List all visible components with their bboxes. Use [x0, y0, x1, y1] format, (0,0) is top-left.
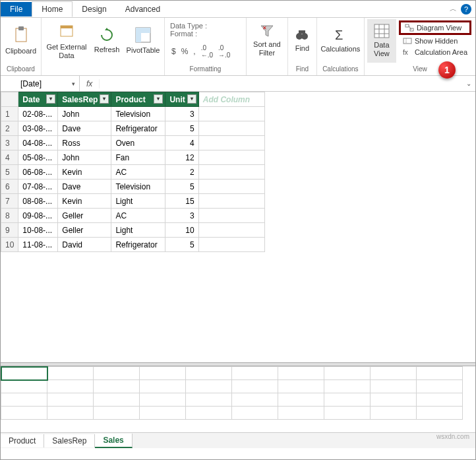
cell-empty[interactable] [198, 121, 264, 136]
table-row[interactable]: 6 07-08-... Dave Television 5 [1, 180, 265, 194]
cell-rep[interactable]: Kevin [58, 165, 111, 180]
cell-unit[interactable]: 5 [165, 121, 198, 136]
cell-date[interactable]: 06-08-... [18, 165, 58, 180]
diagram-view-button[interactable]: Diagram View [399, 20, 471, 35]
cell-date[interactable]: 05-08-... [18, 150, 58, 165]
col-salesrep[interactable]: SalesRep▾ [58, 92, 111, 107]
row-number[interactable]: 5 [1, 165, 18, 180]
increase-decimal-button[interactable]: .0→.0 [218, 44, 230, 59]
cell-rep[interactable]: Geller [58, 223, 111, 238]
cell-unit[interactable]: 5 [165, 238, 198, 252]
cell-unit[interactable]: 5 [165, 180, 198, 194]
cell-unit[interactable]: 4 [165, 136, 198, 150]
sheet-tab-sales[interactable]: Sales [95, 434, 132, 448]
cell-unit[interactable]: 10 [165, 223, 198, 238]
sheet-tab-product[interactable]: Product [1, 434, 44, 447]
cell-product[interactable]: AC [111, 165, 165, 180]
data-grid[interactable]: Date▾ SalesRep▾ Product▾ Unit▾ Add Colum… [1, 92, 475, 362]
table-row[interactable]: 9 10-08-... Geller Light 10 [1, 223, 265, 238]
row-number[interactable]: 10 [1, 238, 18, 252]
get-external-data-button[interactable]: Get External Data [44, 19, 89, 63]
cell-empty[interactable] [198, 238, 264, 252]
cell-product[interactable]: Television [111, 107, 165, 121]
cell-empty[interactable] [198, 209, 264, 223]
cell-empty[interactable] [198, 223, 264, 238]
cell-product[interactable]: Television [111, 180, 165, 194]
cell-unit[interactable]: 3 [165, 107, 198, 121]
cell-rep[interactable]: Dave [58, 121, 111, 136]
cell-date[interactable]: 02-08-... [18, 107, 58, 121]
decrease-decimal-button[interactable]: .0←.0 [201, 44, 213, 59]
filter-dropdown-icon[interactable]: ▾ [46, 94, 55, 104]
cell-empty[interactable] [198, 180, 264, 194]
row-number[interactable]: 9 [1, 223, 18, 238]
find-button[interactable]: Find [289, 19, 315, 63]
row-number[interactable]: 4 [1, 150, 18, 165]
cell-rep[interactable]: John [58, 107, 111, 121]
add-column[interactable]: Add Column [198, 92, 264, 107]
formula-expand-icon[interactable]: ⌄ [462, 80, 475, 87]
cell-date[interactable]: 08-08-... [18, 194, 58, 209]
table-row[interactable]: 8 09-08-... Geller AC 3 [1, 209, 265, 223]
cell-rep[interactable]: Dave [58, 180, 111, 194]
comma-button[interactable]: , [193, 47, 195, 56]
filter-dropdown-icon[interactable]: ▾ [187, 94, 196, 104]
col-unit[interactable]: Unit▾ [165, 92, 198, 107]
table-row[interactable]: 3 04-08-... Ross Oven 4 [1, 136, 265, 150]
cell-date[interactable]: 04-08-... [18, 136, 58, 150]
cell-product[interactable]: Refrigerator [111, 238, 165, 252]
cell-unit[interactable]: 3 [165, 209, 198, 223]
cell-unit[interactable]: 2 [165, 165, 198, 180]
table-row[interactable]: 10 11-08-... David Refrigerator 5 [1, 238, 265, 252]
cell-product[interactable]: Fan [111, 150, 165, 165]
tab-home[interactable]: Home [32, 1, 73, 17]
refresh-button[interactable]: Refresh [90, 19, 123, 63]
cell-product[interactable]: Oven [111, 136, 165, 150]
cell-product[interactable]: AC [111, 209, 165, 223]
currency-button[interactable]: $ [171, 47, 176, 56]
col-date[interactable]: Date▾ [18, 92, 58, 107]
show-hidden-button[interactable]: Show Hidden [399, 36, 471, 46]
cell-product[interactable]: Light [111, 223, 165, 238]
clipboard-button[interactable]: Clipboard [1, 19, 41, 63]
pivottable-button[interactable]: PivotTable [125, 19, 162, 63]
row-number[interactable]: 8 [1, 209, 18, 223]
cell-empty[interactable] [198, 107, 264, 121]
row-number[interactable]: 1 [1, 107, 18, 121]
table-row[interactable]: 4 05-08-... John Fan 12 [1, 150, 265, 165]
cell-rep[interactable]: Kevin [58, 194, 111, 209]
sheet-tab-salesrep[interactable]: SalesRep [44, 434, 95, 447]
cell-rep[interactable]: John [58, 150, 111, 165]
row-number[interactable]: 7 [1, 194, 18, 209]
table-row[interactable]: 5 06-08-... Kevin AC 2 [1, 165, 265, 180]
cell-date[interactable]: 07-08-... [18, 180, 58, 194]
cell-product[interactable]: Refrigerator [111, 121, 165, 136]
calculation-area-button[interactable]: fx Calculation Area [399, 47, 471, 57]
selected-cell[interactable] [1, 367, 47, 380]
fx-label[interactable]: fx [80, 79, 100, 88]
calculations-button[interactable]: Σ Calculations [318, 19, 363, 63]
row-number[interactable]: 2 [1, 121, 18, 136]
cell-unit[interactable]: 12 [165, 150, 198, 165]
cell-date[interactable]: 11-08-... [18, 238, 58, 252]
tab-file[interactable]: File [1, 2, 32, 16]
help-icon[interactable]: ? [461, 4, 471, 15]
cell-rep[interactable]: David [58, 238, 111, 252]
cell-unit[interactable]: 15 [165, 194, 198, 209]
cell-rep[interactable]: Geller [58, 209, 111, 223]
table-row[interactable]: 2 03-08-... Dave Refrigerator 5 [1, 121, 265, 136]
filter-dropdown-icon[interactable]: ▾ [154, 94, 163, 104]
table-row[interactable]: 1 02-08-... John Television 3 [1, 107, 265, 121]
corner-cell[interactable] [1, 92, 18, 107]
cell-empty[interactable] [198, 194, 264, 209]
row-number[interactable]: 3 [1, 136, 18, 150]
cell-date[interactable]: 09-08-... [18, 209, 58, 223]
row-number[interactable]: 6 [1, 180, 18, 194]
collapse-ribbon-icon[interactable]: ︿ [446, 4, 461, 14]
cell-date[interactable]: 10-08-... [18, 223, 58, 238]
table-row[interactable]: 7 08-08-... Kevin Light 15 [1, 194, 265, 209]
filter-dropdown-icon[interactable]: ▾ [100, 94, 109, 104]
cell-rep[interactable]: Ross [58, 136, 111, 150]
cell-date[interactable]: 03-08-... [18, 121, 58, 136]
name-box[interactable]: [Date] [1, 76, 80, 91]
